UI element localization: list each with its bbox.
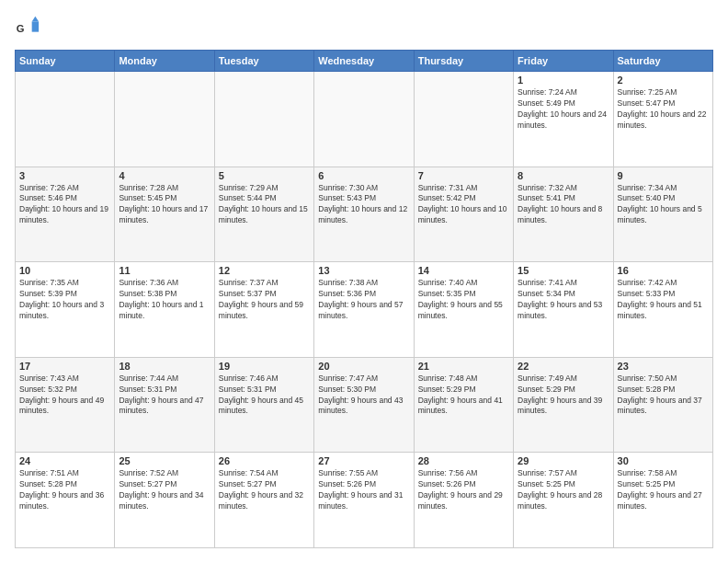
calendar-cell: 25Sunrise: 7:52 AMSunset: 5:27 PMDayligh… xyxy=(115,453,214,548)
day-number: 10 xyxy=(19,265,110,276)
calendar-cell: 12Sunrise: 7:37 AMSunset: 5:37 PMDayligh… xyxy=(214,262,313,358)
day-number: 6 xyxy=(318,170,409,181)
day-info: Sunrise: 7:25 AMSunset: 5:47 PMDaylight:… xyxy=(618,87,709,132)
calendar-cell: 22Sunrise: 7:49 AMSunset: 5:29 PMDayligh… xyxy=(514,357,613,453)
weekday-header: Sunday xyxy=(16,51,115,72)
day-info: Sunrise: 7:41 AMSunset: 5:34 PMDaylight:… xyxy=(518,278,609,322)
day-info: Sunrise: 7:35 AMSunset: 5:39 PMDaylight:… xyxy=(19,278,110,322)
day-info: Sunrise: 7:57 AMSunset: 5:25 PMDaylight:… xyxy=(518,468,609,512)
day-number: 12 xyxy=(219,265,310,276)
weekday-header: Saturday xyxy=(613,51,712,72)
calendar-cell xyxy=(115,72,214,167)
day-info: Sunrise: 7:51 AMSunset: 5:28 PMDaylight:… xyxy=(19,468,110,512)
calendar-cell: 9Sunrise: 7:34 AMSunset: 5:40 PMDaylight… xyxy=(613,167,712,262)
day-info: Sunrise: 7:50 AMSunset: 5:28 PMDaylight:… xyxy=(618,373,709,418)
day-number: 4 xyxy=(119,170,210,181)
day-number: 27 xyxy=(318,455,409,466)
calendar-cell: 2Sunrise: 7:25 AMSunset: 5:47 PMDaylight… xyxy=(613,72,712,167)
day-info: Sunrise: 7:28 AMSunset: 5:45 PMDaylight:… xyxy=(119,183,210,227)
day-number: 18 xyxy=(119,361,210,372)
day-number: 1 xyxy=(518,75,609,86)
day-info: Sunrise: 7:38 AMSunset: 5:36 PMDaylight:… xyxy=(318,278,409,322)
day-info: Sunrise: 7:42 AMSunset: 5:33 PMDaylight:… xyxy=(618,278,709,322)
day-info: Sunrise: 7:48 AMSunset: 5:29 PMDaylight:… xyxy=(418,373,509,418)
day-info: Sunrise: 7:30 AMSunset: 5:43 PMDaylight:… xyxy=(318,183,409,227)
day-number: 20 xyxy=(318,361,409,372)
calendar-cell: 28Sunrise: 7:56 AMSunset: 5:26 PMDayligh… xyxy=(414,453,513,548)
day-info: Sunrise: 7:47 AMSunset: 5:30 PMDaylight:… xyxy=(318,373,409,418)
day-info: Sunrise: 7:40 AMSunset: 5:35 PMDaylight:… xyxy=(418,278,509,322)
calendar-cell: 27Sunrise: 7:55 AMSunset: 5:26 PMDayligh… xyxy=(314,453,414,548)
calendar-week-row: 24Sunrise: 7:51 AMSunset: 5:28 PMDayligh… xyxy=(16,453,713,548)
svg-marker-1 xyxy=(32,21,39,31)
day-number: 28 xyxy=(418,455,509,466)
day-number: 19 xyxy=(219,361,310,372)
logo-icon: G xyxy=(15,15,40,40)
calendar-cell: 20Sunrise: 7:47 AMSunset: 5:30 PMDayligh… xyxy=(314,357,414,453)
day-info: Sunrise: 7:34 AMSunset: 5:40 PMDaylight:… xyxy=(618,183,709,227)
day-number: 21 xyxy=(418,361,509,372)
weekday-header: Thursday xyxy=(414,51,513,72)
calendar-cell: 21Sunrise: 7:48 AMSunset: 5:29 PMDayligh… xyxy=(414,357,513,453)
calendar-cell xyxy=(414,72,513,167)
weekday-header: Tuesday xyxy=(214,51,313,72)
day-info: Sunrise: 7:36 AMSunset: 5:38 PMDaylight:… xyxy=(119,278,210,322)
day-number: 24 xyxy=(19,455,110,466)
calendar-cell xyxy=(214,72,313,167)
calendar-cell: 14Sunrise: 7:40 AMSunset: 5:35 PMDayligh… xyxy=(414,262,513,358)
day-info: Sunrise: 7:24 AMSunset: 5:49 PMDaylight:… xyxy=(518,87,609,132)
day-info: Sunrise: 7:49 AMSunset: 5:29 PMDaylight:… xyxy=(518,373,609,418)
day-info: Sunrise: 7:31 AMSunset: 5:42 PMDaylight:… xyxy=(418,183,509,227)
day-number: 2 xyxy=(618,75,709,86)
calendar-cell: 6Sunrise: 7:30 AMSunset: 5:43 PMDaylight… xyxy=(314,167,414,262)
calendar-cell: 24Sunrise: 7:51 AMSunset: 5:28 PMDayligh… xyxy=(16,453,115,548)
calendar-cell: 5Sunrise: 7:29 AMSunset: 5:44 PMDaylight… xyxy=(214,167,313,262)
calendar-week-row: 1Sunrise: 7:24 AMSunset: 5:49 PMDaylight… xyxy=(16,72,713,167)
day-number: 8 xyxy=(518,170,609,181)
day-info: Sunrise: 7:54 AMSunset: 5:27 PMDaylight:… xyxy=(219,468,310,512)
calendar-body: 1Sunrise: 7:24 AMSunset: 5:49 PMDaylight… xyxy=(16,72,713,548)
calendar-week-row: 10Sunrise: 7:35 AMSunset: 5:39 PMDayligh… xyxy=(16,262,713,358)
calendar-header-row: SundayMondayTuesdayWednesdayThursdayFrid… xyxy=(16,51,713,72)
calendar-cell: 26Sunrise: 7:54 AMSunset: 5:27 PMDayligh… xyxy=(214,453,313,548)
calendar-cell: 1Sunrise: 7:24 AMSunset: 5:49 PMDaylight… xyxy=(514,72,613,167)
day-info: Sunrise: 7:37 AMSunset: 5:37 PMDaylight:… xyxy=(219,278,310,322)
calendar-cell: 3Sunrise: 7:26 AMSunset: 5:46 PMDaylight… xyxy=(16,167,115,262)
day-number: 29 xyxy=(518,455,609,466)
day-number: 3 xyxy=(19,170,110,181)
day-info: Sunrise: 7:58 AMSunset: 5:25 PMDaylight:… xyxy=(618,468,709,512)
day-info: Sunrise: 7:43 AMSunset: 5:32 PMDaylight:… xyxy=(19,373,110,418)
day-number: 5 xyxy=(219,170,310,181)
calendar-cell: 11Sunrise: 7:36 AMSunset: 5:38 PMDayligh… xyxy=(115,262,214,358)
day-info: Sunrise: 7:56 AMSunset: 5:26 PMDaylight:… xyxy=(418,468,509,512)
day-info: Sunrise: 7:29 AMSunset: 5:44 PMDaylight:… xyxy=(219,183,310,227)
calendar-cell: 10Sunrise: 7:35 AMSunset: 5:39 PMDayligh… xyxy=(16,262,115,358)
day-info: Sunrise: 7:46 AMSunset: 5:31 PMDaylight:… xyxy=(219,373,310,418)
calendar-cell: 7Sunrise: 7:31 AMSunset: 5:42 PMDaylight… xyxy=(414,167,513,262)
weekday-header: Friday xyxy=(514,51,613,72)
day-number: 9 xyxy=(618,170,709,181)
weekday-header: Wednesday xyxy=(314,51,414,72)
day-number: 15 xyxy=(518,265,609,276)
svg-marker-2 xyxy=(32,17,39,22)
day-info: Sunrise: 7:26 AMSunset: 5:46 PMDaylight:… xyxy=(19,183,110,227)
calendar-cell: 30Sunrise: 7:58 AMSunset: 5:25 PMDayligh… xyxy=(613,453,712,548)
day-info: Sunrise: 7:44 AMSunset: 5:31 PMDaylight:… xyxy=(119,373,210,418)
calendar-cell xyxy=(16,72,115,167)
calendar-cell: 13Sunrise: 7:38 AMSunset: 5:36 PMDayligh… xyxy=(314,262,414,358)
day-number: 7 xyxy=(418,170,509,181)
day-number: 26 xyxy=(219,455,310,466)
calendar-cell xyxy=(314,72,414,167)
calendar-cell: 16Sunrise: 7:42 AMSunset: 5:33 PMDayligh… xyxy=(613,262,712,358)
day-number: 16 xyxy=(618,265,709,276)
calendar-cell: 15Sunrise: 7:41 AMSunset: 5:34 PMDayligh… xyxy=(514,262,613,358)
day-info: Sunrise: 7:52 AMSunset: 5:27 PMDaylight:… xyxy=(119,468,210,512)
calendar-cell: 17Sunrise: 7:43 AMSunset: 5:32 PMDayligh… xyxy=(16,357,115,453)
calendar-cell: 4Sunrise: 7:28 AMSunset: 5:45 PMDaylight… xyxy=(115,167,214,262)
logo: G xyxy=(15,15,44,40)
calendar-cell: 19Sunrise: 7:46 AMSunset: 5:31 PMDayligh… xyxy=(214,357,313,453)
calendar-week-row: 3Sunrise: 7:26 AMSunset: 5:46 PMDaylight… xyxy=(16,167,713,262)
calendar: SundayMondayTuesdayWednesdayThursdayFrid… xyxy=(15,50,713,548)
day-info: Sunrise: 7:55 AMSunset: 5:26 PMDaylight:… xyxy=(318,468,409,512)
calendar-cell: 8Sunrise: 7:32 AMSunset: 5:41 PMDaylight… xyxy=(514,167,613,262)
